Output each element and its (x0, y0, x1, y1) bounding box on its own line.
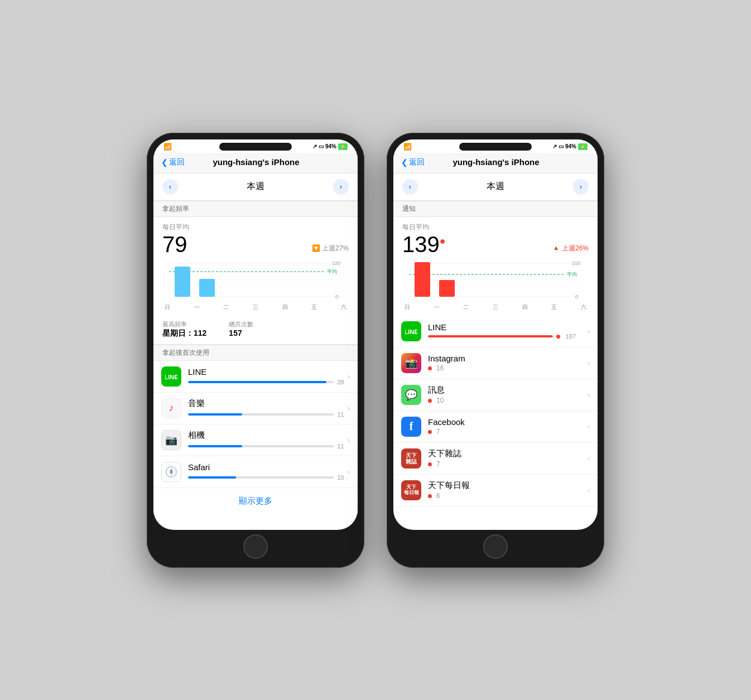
next-week-btn-2[interactable]: › (573, 179, 589, 195)
nav-title-2: yung-hsiang's iPhone (452, 157, 539, 167)
notif-tianxia2-info: 天下每日報 6 (428, 480, 584, 500)
app-item-safari[interactable]: Safari 10 › (153, 456, 358, 488)
back-label-2: 返回 (409, 157, 425, 167)
notif-messages-icon: 💬 (401, 385, 421, 405)
prev-week-btn-2[interactable]: ‹ (402, 179, 418, 195)
battery-icon-1: ▭ (319, 143, 324, 149)
home-button-2[interactable] (483, 534, 508, 559)
app-item-music[interactable]: ♪ 音樂 11 › (153, 393, 358, 424)
svg-text:210: 210 (572, 260, 580, 266)
sub-section-header-1: 拿起後首次使用 (153, 345, 358, 361)
chevron-right-icon: › (348, 467, 350, 476)
wifi-icon: 📶 (163, 143, 172, 151)
battery-icon-2: ▭ (559, 143, 564, 149)
line-icon: LINE (161, 366, 181, 387)
notif-tianxia2-icon: 天下每日報 (401, 480, 421, 500)
notif-instagram-icon: 📸 (401, 353, 421, 373)
stats-number-1: 79 (162, 233, 187, 255)
next-week-btn-1[interactable]: › (333, 179, 349, 195)
notif-item-tianxia2[interactable]: 天下每日報 天下每日報 6 › (393, 475, 598, 506)
week-selector-1: ‹ 本週 › (153, 173, 358, 201)
back-button-2[interactable]: ❮ 返回 (401, 157, 425, 167)
chevron-right-notif-tianxia: › (588, 454, 590, 462)
svg-rect-5 (199, 279, 215, 297)
chevron-right-notif-fb: › (588, 422, 590, 431)
notif-item-line[interactable]: LINE LINE 187 › (393, 316, 598, 347)
phone-screen-2: 📶 09:41 ↗ ▭ 94% ⚡ ❮ 返回 yung-hsiang's iPh… (393, 139, 598, 530)
svg-text:0: 0 (335, 294, 338, 300)
show-more-btn-1[interactable]: 顯示更多 (153, 488, 358, 514)
notif-facebook-info: Facebook 7 (428, 417, 584, 436)
music-info: 音樂 11 (188, 398, 344, 418)
notif-item-messages[interactable]: 💬 訊息 10 › (393, 379, 598, 411)
stats-change-2: 🔺 上週26% (552, 244, 589, 253)
arrow-up-icon-2: 🔺 (552, 244, 560, 252)
svg-text:LINE: LINE (405, 329, 417, 335)
back-chevron-1: ❮ (161, 158, 168, 167)
prev-week-btn-1[interactable]: ‹ (162, 179, 178, 195)
notif-instagram-info: Instagram 16 (428, 354, 584, 372)
chart-1: 120 0 平均 日 一 二 三 四 五 六 (153, 255, 358, 316)
notif-item-facebook[interactable]: f Facebook 7 › (393, 411, 598, 443)
chevron-right-icon: › (348, 404, 350, 412)
battery-percent-1: 94% (325, 143, 336, 149)
svg-text:0: 0 (575, 294, 578, 300)
phone-notch (219, 143, 292, 151)
nav-title-1: yung-hsiang's iPhone (213, 157, 299, 167)
chevron-right-icon: › (348, 436, 350, 444)
section-header-pickup: 拿起頻率 (153, 201, 358, 217)
sub-stats-1: 最高頻率 星期日：112 總共次數 157 (153, 316, 358, 345)
back-label-1: 返回 (169, 157, 185, 167)
notif-tianxia-info: 天下雜誌 7 (428, 448, 584, 468)
svg-rect-22 (439, 280, 455, 297)
bar-chart-2: 210 0 平均 (402, 258, 589, 302)
stats-label-2: 每日平均 (402, 223, 589, 232)
wifi-icon-2: 📶 (403, 143, 412, 151)
phone-screen-1: 📶 09:41 ↗ ▭ 94% ⚡ ❮ 返回 yung-hsiang's iPh… (153, 139, 358, 530)
app-item-line[interactable]: LINE LINE 28 › (153, 361, 358, 393)
chart-2: 210 0 平均 日 一 二 三 四 五 六 (393, 255, 598, 316)
svg-rect-21 (415, 262, 430, 297)
chevron-right-notif-tianxia2: › (588, 486, 590, 494)
nav-bar-1: ❮ 返回 yung-hsiang's iPhone (153, 153, 358, 173)
back-button-1[interactable]: ❮ 返回 (161, 157, 185, 167)
charging-icon-1: ⚡ (338, 143, 348, 150)
stats-area-1: 每日平均 79 🔽 上週27% (153, 217, 358, 255)
music-icon: ♪ (161, 398, 181, 418)
chevron-right-notif-msg: › (588, 390, 590, 399)
svg-text:120: 120 (332, 260, 340, 266)
charging-icon-2: ⚡ (578, 143, 588, 150)
home-button-1[interactable] (243, 534, 268, 559)
sub-stat-highest: 最高頻率 星期日：112 (162, 320, 206, 339)
notif-messages-info: 訊息 10 (428, 385, 584, 404)
chevron-right-notif-insta: › (588, 359, 590, 367)
chart-labels-2: 日 一 二 三 四 五 六 (402, 302, 589, 316)
stats-number-2: 139 (402, 233, 440, 255)
battery-percent-2: 94% (565, 143, 576, 149)
stats-label-1: 每日平均 (162, 223, 349, 232)
location-icon-2: ↗ (552, 143, 557, 149)
chart-labels-1: 日 一 二 三 四 五 六 (162, 302, 349, 316)
app-item-camera[interactable]: 📷 相機 11 › (153, 424, 358, 456)
stats-change-1: 🔽 上週27% (312, 244, 349, 253)
notif-item-instagram[interactable]: 📸 Instagram 16 › (393, 347, 598, 379)
safari-info: Safari 10 (188, 462, 344, 481)
stats-area-2: 每日平均 139 ● 🔺 上週26% (393, 217, 598, 255)
notif-line-icon: LINE (401, 321, 421, 341)
notif-item-tianxia[interactable]: 天下雜誌 天下雜誌 7 › (393, 443, 598, 475)
arrow-down-icon-1: 🔽 (312, 244, 320, 252)
notif-facebook-icon: f (401, 417, 421, 437)
phone-notch-2 (459, 143, 532, 151)
notif-list: LINE LINE 187 › (393, 316, 598, 506)
chevron-right-notif-line: › (588, 327, 590, 335)
section-header-notif: 通知 (393, 201, 598, 217)
bar-chart-1: 120 0 平均 (162, 258, 349, 302)
week-selector-2: ‹ 本週 › (393, 173, 598, 201)
location-icon: ↗ (312, 143, 317, 149)
app-list-1: LINE LINE 28 › (153, 361, 358, 488)
chevron-right-icon: › (348, 372, 350, 380)
camera-info: 相機 11 (188, 430, 344, 450)
camera-icon: 📷 (161, 430, 181, 450)
back-chevron-2: ❮ (401, 158, 408, 167)
notif-tianxia-icon: 天下雜誌 (401, 448, 421, 469)
